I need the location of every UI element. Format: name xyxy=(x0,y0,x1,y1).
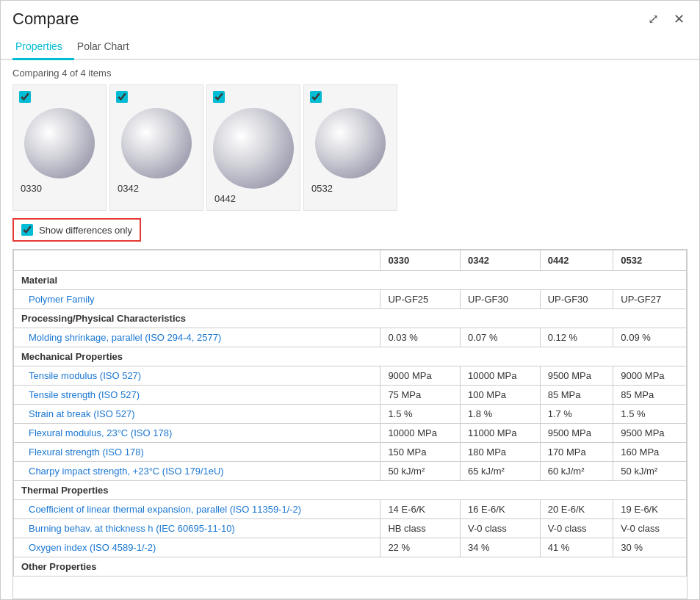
col-header-property xyxy=(14,250,380,271)
property-cell: Flexural strength (ISO 178) xyxy=(14,443,380,462)
table-section-row: Processing/Physical Characteristics xyxy=(14,309,687,328)
property-cell: Strain at break (ISO 527) xyxy=(14,405,380,424)
table-section-row: Material xyxy=(14,271,687,290)
property-cell: Flexural modulus, 23°C (ISO 178) xyxy=(14,424,380,443)
col-header-0342: 0342 xyxy=(461,250,541,271)
value-cell: 1.5 % xyxy=(380,405,461,424)
value-cell: 19 E-6/K xyxy=(613,500,687,519)
table-row: Polymer FamilyUP-GF25UP-GF30UP-GF30UP-GF… xyxy=(14,290,687,309)
value-cell: 34 % xyxy=(461,538,541,557)
item-label-0342: 0342 xyxy=(116,183,139,194)
value-cell: 160 MPa xyxy=(613,443,687,462)
item-check-0342[interactable] xyxy=(116,91,128,103)
value-cell: 9500 MPa xyxy=(540,424,613,443)
table-row: Tensile strength (ISO 527)75 MPa100 MPa8… xyxy=(14,386,687,405)
value-cell: 150 MPa xyxy=(380,443,461,462)
item-check-0532[interactable] xyxy=(310,91,322,103)
table-section-row: Other Properties xyxy=(14,557,687,576)
item-sphere-0342 xyxy=(121,108,192,178)
item-checkbox-0330[interactable] xyxy=(19,91,31,105)
value-cell: 65 kJ/m² xyxy=(461,462,541,481)
value-cell: 9000 MPa xyxy=(613,366,687,386)
compare-table-container[interactable]: 0330 0342 0442 0532 MaterialPolymer Fami… xyxy=(12,249,688,599)
section-header: Other Properties xyxy=(14,557,687,576)
value-cell: HB class xyxy=(380,519,461,538)
value-cell: 60 kJ/m² xyxy=(540,462,613,481)
item-label-0532: 0532 xyxy=(310,183,333,194)
property-cell: Molding shrinkage, parallel (ISO 294-4, … xyxy=(14,328,380,347)
value-cell: 0.09 % xyxy=(613,328,687,347)
value-cell: UP-GF25 xyxy=(380,290,461,309)
item-label-0442: 0442 xyxy=(213,193,236,204)
item-card-0342: 0342 xyxy=(109,84,203,211)
value-cell: 30 % xyxy=(613,538,687,557)
value-cell: 1.5 % xyxy=(613,405,687,424)
section-header: Thermal Properties xyxy=(14,481,687,500)
show-diff-checkbox[interactable] xyxy=(21,224,33,236)
col-header-0330: 0330 xyxy=(380,250,461,271)
close-button[interactable]: ✕ xyxy=(671,10,688,29)
item-check-0442[interactable] xyxy=(213,91,225,103)
table-row: Molding shrinkage, parallel (ISO 294-4, … xyxy=(14,328,687,347)
property-cell: Coefficient of linear thermal expansion,… xyxy=(14,500,380,519)
comparing-count: Comparing 4 of 4 items xyxy=(12,60,688,84)
items-row: 0330 0342 0442 0532 xyxy=(12,84,688,211)
property-cell: Polymer Family xyxy=(14,290,380,309)
value-cell: 85 MPa xyxy=(613,386,687,405)
value-cell: 10000 MPa xyxy=(380,424,461,443)
show-differences-container: Show differences only xyxy=(12,218,141,242)
item-checkbox-0532[interactable] xyxy=(310,91,322,105)
value-cell: 0.12 % xyxy=(540,328,613,347)
value-cell: 100 MPa xyxy=(461,386,541,405)
item-label-0330: 0330 xyxy=(19,183,42,194)
tabs: Properties Polar Chart xyxy=(1,35,699,60)
value-cell: 85 MPa xyxy=(540,386,613,405)
show-diff-label: Show differences only xyxy=(39,225,132,236)
item-check-0330[interactable] xyxy=(19,91,31,103)
table-row: Charpy impact strength, +23°C (ISO 179/1… xyxy=(14,462,687,481)
tab-polar-chart[interactable]: Polar Chart xyxy=(74,35,141,60)
table-section-row: Thermal Properties xyxy=(14,481,687,500)
compare-table: 0330 0342 0442 0532 MaterialPolymer Fami… xyxy=(13,250,687,576)
item-sphere-0532 xyxy=(315,108,386,178)
value-cell: 170 MPa xyxy=(540,443,613,462)
value-cell: V-0 class xyxy=(540,519,613,538)
value-cell: 9500 MPa xyxy=(540,366,613,386)
value-cell: 50 kJ/m² xyxy=(380,462,461,481)
value-cell: UP-GF30 xyxy=(461,290,541,309)
tab-properties[interactable]: Properties xyxy=(12,35,74,60)
value-cell: 9000 MPa xyxy=(380,366,461,386)
table-row: Coefficient of linear thermal expansion,… xyxy=(14,500,687,519)
item-checkbox-0342[interactable] xyxy=(116,91,128,105)
table-row: Flexural modulus, 23°C (ISO 178)10000 MP… xyxy=(14,424,687,443)
value-cell: 16 E-6/K xyxy=(461,500,541,519)
value-cell: V-0 class xyxy=(461,519,541,538)
item-checkbox-0442[interactable] xyxy=(213,91,225,105)
title-actions: ⤢ ✕ xyxy=(645,10,688,29)
value-cell: V-0 class xyxy=(613,519,687,538)
property-cell: Tensile strength (ISO 527) xyxy=(14,386,380,405)
item-sphere-0330 xyxy=(24,108,95,178)
value-cell: 75 MPa xyxy=(380,386,461,405)
section-header: Material xyxy=(14,271,687,290)
expand-button[interactable]: ⤢ xyxy=(645,10,662,29)
property-cell: Oxygen index (ISO 4589-1/-2) xyxy=(14,538,380,557)
value-cell: 9500 MPa xyxy=(613,424,687,443)
section-header: Processing/Physical Characteristics xyxy=(14,309,687,328)
table-row: Burning behav. at thickness h (IEC 60695… xyxy=(14,519,687,538)
item-sphere-0442 xyxy=(213,108,294,189)
compare-window: Compare ⤢ ✕ Properties Polar Chart Compa… xyxy=(0,0,700,600)
col-header-0532: 0532 xyxy=(613,250,687,271)
value-cell: 10000 MPa xyxy=(461,366,541,386)
value-cell: 50 kJ/m² xyxy=(613,462,687,481)
col-header-0442: 0442 xyxy=(540,250,613,271)
item-card-0442: 0442 xyxy=(206,84,300,211)
item-card-0330: 0330 xyxy=(12,84,107,211)
value-cell: 22 % xyxy=(380,538,461,557)
value-cell: 41 % xyxy=(540,538,613,557)
table-row: Flexural strength (ISO 178)150 MPa180 MP… xyxy=(14,443,687,462)
window-title: Compare xyxy=(12,10,79,29)
value-cell: 1.7 % xyxy=(540,405,613,424)
property-cell: Burning behav. at thickness h (IEC 60695… xyxy=(14,519,380,538)
table-row: Tensile modulus (ISO 527)9000 MPa10000 M… xyxy=(14,366,687,386)
